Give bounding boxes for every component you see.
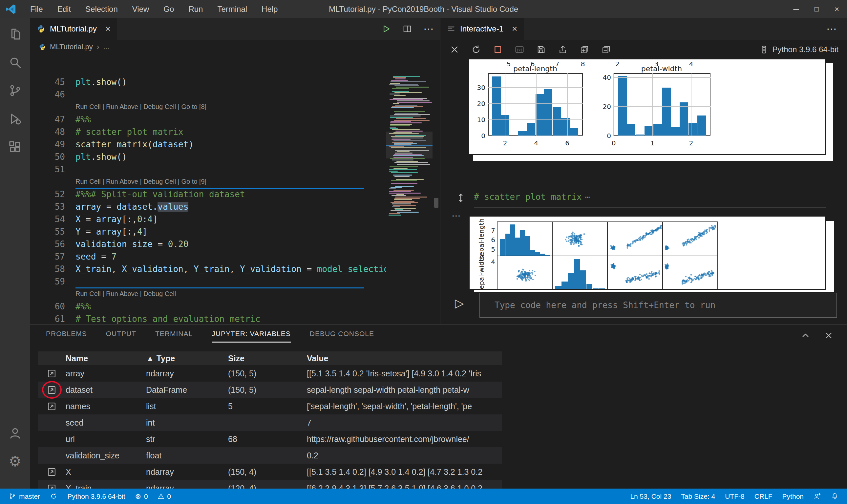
run-file-icon[interactable]	[381, 24, 391, 34]
variable-row-dataset[interactable]: datasetDataFrame(150, 5)sepal-length sep…	[38, 382, 502, 398]
open-variable-icon[interactable]	[38, 401, 66, 412]
panel-tab-terminal[interactable]: TERMINAL	[155, 330, 193, 343]
code-line-59[interactable]: 59	[30, 275, 386, 288]
column-header-name[interactable]: Name	[66, 354, 146, 363]
menu-run[interactable]: Run	[181, 0, 210, 18]
code-line-58[interactable]: 58X_train, X_validation, Y_train, Y_vali…	[30, 263, 386, 275]
interactive-cell-code[interactable]: # scatter plot matrix⋯	[474, 192, 590, 202]
code-line-55[interactable]: 55Y = array[:,4]	[30, 226, 386, 238]
menu-terminal[interactable]: Terminal	[210, 0, 254, 18]
breadcrumb-more[interactable]: ...	[103, 43, 109, 51]
status-bell[interactable]	[831, 492, 839, 500]
status-master[interactable]: master	[8, 492, 40, 500]
collapsed-ellipsis[interactable]: ⋯	[585, 193, 590, 202]
tab-mltutorial[interactable]: MLTutorial.py ×	[30, 18, 117, 40]
status-feedback[interactable]	[813, 492, 821, 500]
activitybar-source-control-icon[interactable]	[7, 83, 23, 98]
menu-go[interactable]: Go	[156, 0, 181, 18]
activitybar-explorer-icon[interactable]	[7, 26, 23, 42]
status-0[interactable]: ⊗0	[135, 492, 148, 500]
status-python-3.9.6-64-bit[interactable]: Python 3.9.6 64-bit	[67, 492, 125, 500]
status-sync[interactable]	[50, 492, 57, 500]
activitybar-settings-icon[interactable]: ⚙	[7, 454, 23, 469]
code-line-50[interactable]: 50plt.show()	[30, 150, 386, 163]
code-line-60[interactable]: 60#%%	[30, 300, 386, 313]
status-tab-size-4[interactable]: Tab Size: 4	[681, 492, 715, 500]
status-python[interactable]: Python	[782, 492, 804, 500]
open-variable-icon[interactable]	[38, 368, 66, 379]
menu-help[interactable]: Help	[254, 0, 285, 18]
status-utf-8[interactable]: UTF-8	[725, 492, 745, 500]
more-actions-icon[interactable]: ⋯	[826, 23, 838, 35]
kernel-indicator[interactable]: Python 3.9.6 64-bit	[759, 45, 839, 54]
panel-tab-problems[interactable]: PROBLEMS	[46, 330, 87, 343]
close-window-icon[interactable]: ×	[827, 0, 847, 18]
code-line-46[interactable]: 46	[30, 88, 386, 101]
activitybar-extensions-icon[interactable]	[7, 140, 23, 155]
code-line-52[interactable]: 52#%%# Split-out validation dataset	[30, 188, 386, 200]
expand-all-icon[interactable]	[579, 44, 589, 54]
codelens-links[interactable]: Run Cell | Run Above | Debug Cell	[75, 290, 176, 298]
cell-more-actions-icon[interactable]: ⋯	[452, 210, 461, 221]
panel-tab-jupyter-variables[interactable]: JUPYTER: VARIABLES	[212, 330, 291, 343]
variable-row-x[interactable]: Xndarray(150, 4)[[5.1 3.5 1.4 0.2] [4.9 …	[38, 464, 502, 480]
menu-selection[interactable]: Selection	[78, 0, 125, 18]
panel-tab-debug-console[interactable]: DEBUG CONSOLE	[310, 330, 374, 343]
code-line-54[interactable]: 54X = array[:,0:4]	[30, 213, 386, 226]
restart-icon[interactable]	[471, 44, 481, 54]
menu-file[interactable]: File	[23, 0, 50, 18]
maximize-window-icon[interactable]: □	[806, 0, 827, 18]
code-line-51[interactable]: 51	[30, 163, 386, 176]
interactive-code-input[interactable]: Type code here and press Shift+Enter to …	[480, 293, 837, 318]
column-header-size[interactable]: Size	[228, 354, 307, 363]
status-ln-53-col-23[interactable]: Ln 53, Col 23	[630, 492, 671, 500]
minimap[interactable]	[386, 73, 433, 322]
panel-tab-output[interactable]: OUTPUT	[106, 330, 136, 343]
interrupt-icon[interactable]	[493, 44, 503, 54]
variable-row-array[interactable]: arrayndarray(150, 5)[[5.1 3.5 1.4 0.2 'I…	[38, 365, 502, 382]
variables-icon[interactable]: (x)	[515, 44, 524, 54]
variable-row-names[interactable]: nameslist5['sepal-length', 'sepal-width'…	[38, 398, 502, 414]
code-line-61[interactable]: 61# Test options and evaluation metric	[30, 313, 386, 324]
status-crlf[interactable]: CRLF	[755, 492, 773, 500]
code-line-48[interactable]: 48# scatter plot matrix	[30, 126, 386, 138]
column-header-type[interactable]: ▲ Type	[146, 354, 228, 363]
codelens[interactable]: Run Cell | Run Above | Debug Cell | Go t…	[30, 176, 386, 188]
variable-row-seed[interactable]: seedint7	[38, 414, 502, 431]
code-line-53[interactable]: 53array = dataset.values	[30, 200, 386, 213]
editor-scrollbar[interactable]	[434, 198, 438, 208]
variable-row-url[interactable]: urlstr68https://raw.githubusercontent.co…	[38, 431, 502, 447]
code-line-47[interactable]: 47#%%	[30, 113, 386, 126]
column-header-value[interactable]: Value	[307, 354, 502, 363]
codelens-links[interactable]: Run Cell | Run Above | Debug Cell | Go t…	[75, 178, 206, 185]
minimize-window-icon[interactable]: ─	[786, 0, 806, 18]
menu-view[interactable]: View	[125, 0, 157, 18]
tab-close-icon[interactable]: ×	[512, 24, 517, 34]
breadcrumb-file[interactable]: MLTutorial.py	[50, 43, 93, 51]
activitybar-run-debug-icon[interactable]	[7, 111, 23, 126]
tab-interactive-1[interactable]: Interactive-1 ×	[440, 18, 524, 40]
codelens[interactable]: Run Cell | Run Above | Debug Cell | Go t…	[30, 101, 386, 113]
code-line-56[interactable]: 56validation_size = 0.20	[30, 238, 386, 250]
tab-close-icon[interactable]: ×	[105, 24, 111, 34]
goto-code-icon[interactable]	[455, 193, 466, 203]
run-input-icon[interactable]: ▷	[455, 296, 464, 310]
code-line-57[interactable]: 57seed = 7	[30, 250, 386, 263]
codelens[interactable]: Run Cell | Run Above | Debug Cell	[30, 288, 386, 300]
activitybar-search-icon[interactable]	[7, 55, 23, 70]
menu-edit[interactable]: Edit	[50, 0, 78, 18]
save-icon[interactable]	[536, 44, 546, 54]
code-editor[interactable]: 45plt.show()46Run Cell | Run Above | Deb…	[30, 54, 440, 324]
clear-icon[interactable]	[450, 44, 459, 54]
codelens-links[interactable]: Run Cell | Run Above | Debug Cell | Go t…	[75, 103, 206, 111]
variable-row-validation_size[interactable]: validation_sizefloat0.2	[38, 447, 502, 464]
close-panel-icon[interactable]	[824, 331, 833, 340]
chevron-up-icon[interactable]	[801, 331, 810, 340]
status-0[interactable]: ⚠0	[158, 492, 171, 500]
more-actions-icon[interactable]: ⋯	[424, 23, 435, 35]
activitybar-account-icon[interactable]	[7, 426, 23, 441]
breadcrumb[interactable]: MLTutorial.py › ...	[30, 40, 440, 54]
open-variable-icon[interactable]	[38, 467, 66, 477]
code-line-49[interactable]: 49scatter_matrix(dataset)	[30, 138, 386, 150]
collapse-all-icon[interactable]	[601, 44, 611, 54]
